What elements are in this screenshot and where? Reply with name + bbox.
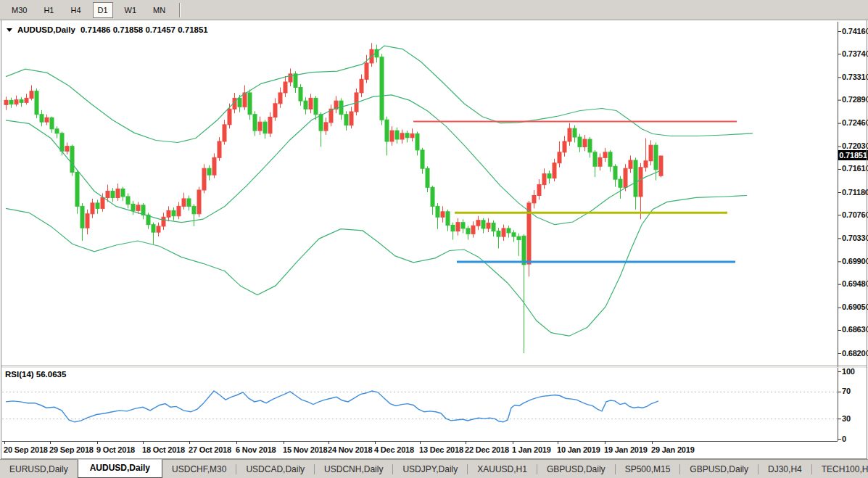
chart-tab-gbpusd-daily[interactable]: GBPUSD,Daily <box>537 461 615 478</box>
candle-body <box>40 115 44 122</box>
chart-tab-xauusd-h1[interactable]: XAUUSD,H1 <box>468 461 537 478</box>
date-axis-label: 24 Nov 2018 <box>328 445 372 454</box>
chart-tab-usdcnh-daily[interactable]: USDCNH,Daily <box>315 461 392 478</box>
price-chart-canvas[interactable] <box>0 0 868 478</box>
date-axis-label: 10 Jan 2019 <box>557 445 600 454</box>
bollinger-upper-band <box>6 46 753 142</box>
rsi-axis-label: 100 <box>842 367 855 376</box>
title-dropdown-icon[interactable] <box>7 28 12 32</box>
candle-body <box>492 223 495 231</box>
date-axis-label: 13 Dec 2018 <box>419 445 463 454</box>
chart-tab-bar: EURUSD,DailyAUDUSD,DailyUSDCHF,M30USDCAD… <box>0 459 868 478</box>
chart-tab-usdchf-m30[interactable]: USDCHF,M30 <box>162 461 236 478</box>
chart-tab-eurusd-daily[interactable]: EURUSD,Daily <box>0 461 78 478</box>
candle-body <box>451 225 455 231</box>
candle-body <box>639 168 642 197</box>
candle-body <box>471 226 475 234</box>
price-axis-label: 0.68630 <box>842 325 868 334</box>
candle-body <box>578 137 582 147</box>
candle-body <box>278 93 282 104</box>
toolbar-separator <box>179 3 181 17</box>
candle-body <box>187 199 191 206</box>
bollinger-lower-band <box>6 196 747 337</box>
candle-body <box>197 190 201 214</box>
chart-ohlc-values: 0.71486 0.71858 0.71457 0.71851 <box>80 25 208 34</box>
candle-body <box>416 134 419 150</box>
candle-body <box>598 157 602 166</box>
candle-body <box>644 161 648 168</box>
timeframe-button-mn[interactable]: MN <box>148 2 170 18</box>
candle-body <box>96 203 99 208</box>
date-axis-label: 29 Sep 2018 <box>49 445 94 454</box>
candle-body <box>75 172 79 206</box>
date-axis-label: 15 Nov 2018 <box>283 445 327 454</box>
date-axis-label: 4 Dec 2018 <box>374 445 414 454</box>
candle-body <box>532 195 536 202</box>
chart-tab-audusd-daily[interactable]: AUDUSD,Daily <box>78 459 162 478</box>
candle-body <box>573 128 576 137</box>
timeframe-toolbar: M30H1H4D1W1MN <box>0 0 868 20</box>
rsi-line <box>6 391 658 422</box>
candle-body <box>304 101 307 109</box>
candle-body <box>177 206 181 215</box>
candle-body <box>60 133 64 152</box>
timeframe-button-h1[interactable]: H1 <box>38 2 59 18</box>
candle-body <box>654 145 658 170</box>
candle-body <box>86 214 89 228</box>
candle-body <box>65 147 69 152</box>
candle-body <box>629 160 632 168</box>
candle-body <box>649 145 653 161</box>
date-axis-label: 27 Oct 2018 <box>189 445 231 454</box>
candle-body <box>248 93 252 115</box>
candle-body <box>593 152 597 166</box>
candle-body <box>461 223 465 228</box>
candle-body <box>45 118 49 122</box>
price-axis-label: 0.72890 <box>842 95 868 104</box>
candle-body <box>218 141 221 157</box>
chart-tab-gbpusd-daily[interactable]: GBPUSD,Daily <box>680 461 758 478</box>
candle-body <box>481 221 485 228</box>
candle-body <box>157 226 160 232</box>
timeframe-button-d1[interactable]: D1 <box>93 2 113 18</box>
candle-body <box>258 122 262 131</box>
chart-tab-sp500-m15[interactable]: SP500,M15 <box>616 461 680 478</box>
candle-body <box>395 131 399 139</box>
candle-body <box>111 191 115 198</box>
candle-body <box>568 128 571 141</box>
candle-body <box>202 168 206 190</box>
candle-body <box>421 150 424 168</box>
price-axis-label: 0.69900 <box>842 257 868 265</box>
chart-tab-usdcad-daily[interactable]: USDCAD,Daily <box>236 461 314 478</box>
candle-body <box>223 125 226 141</box>
candle-body <box>431 187 434 206</box>
chart-tab-dj30-h4[interactable]: DJ30,H4 <box>759 461 811 478</box>
candle-body <box>207 168 211 175</box>
candle-body <box>289 74 292 82</box>
candle-body <box>476 221 480 226</box>
price-axis-label: 0.69480 <box>842 279 868 288</box>
candle-body <box>563 141 566 152</box>
candle-body <box>466 228 470 234</box>
chart-tab-usdjpy-daily[interactable]: USDJPY,Daily <box>393 461 467 478</box>
timeframe-button-m30[interactable]: M30 <box>7 2 32 18</box>
chart-tab-tech100-h1[interactable]: TECH100,H1 <box>812 461 868 478</box>
date-axis-label: 19 Jan 2019 <box>604 445 648 454</box>
candle-body <box>624 168 627 187</box>
candle-body <box>502 228 505 236</box>
rsi-indicator-label: RSI(14) 56.0635 <box>5 370 66 379</box>
candle-body <box>350 112 353 125</box>
current-price-badge: 0.71851 <box>838 150 868 160</box>
candle-body <box>55 129 59 133</box>
candle-body <box>70 147 74 173</box>
candle-body <box>619 179 622 187</box>
candle-body <box>20 100 23 103</box>
date-axis-label: 9 Oct 2018 <box>96 445 135 454</box>
candle-body <box>436 206 439 217</box>
timeframe-button-w1[interactable]: W1 <box>120 2 142 18</box>
chart-title: AUDUSD,Daily 0.71486 0.71858 0.71457 0.7… <box>7 25 208 34</box>
candle-body <box>162 217 165 226</box>
candle-body <box>507 228 511 233</box>
date-axis-label: 22 Dec 2018 <box>465 445 509 454</box>
candle-body <box>268 117 272 133</box>
timeframe-button-h4[interactable]: H4 <box>65 2 86 18</box>
